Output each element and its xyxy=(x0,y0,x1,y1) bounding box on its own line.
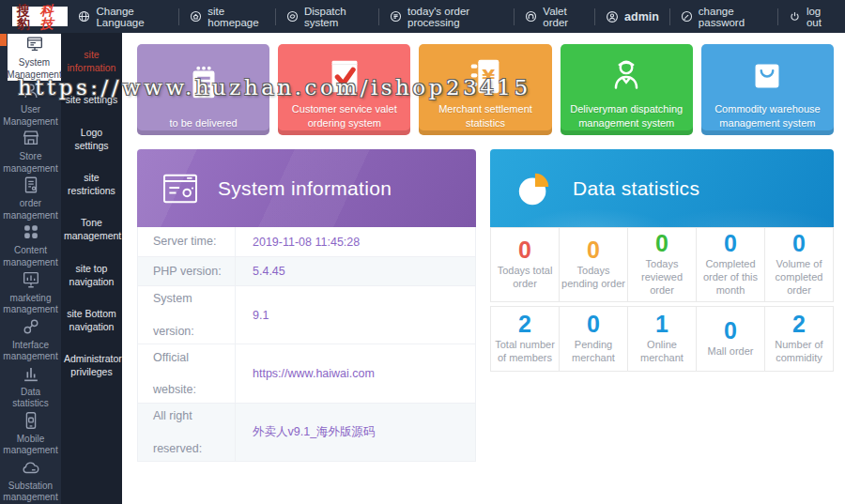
card-commodity-warehouse[interactable]: Commodity warehouse management system xyxy=(701,44,834,135)
table-row: System version: 9.1 xyxy=(138,285,475,344)
stat-value: 0 xyxy=(724,232,737,255)
topnav-valet-order[interactable]: Valet order xyxy=(514,8,594,25)
sidebar-item-label: Substation management xyxy=(2,481,59,504)
stat-label: Pending merchant xyxy=(561,339,625,365)
row-value: 外卖人v9.1_海外版源码 xyxy=(236,404,475,461)
stat-cell: 2 Total number of members xyxy=(491,307,559,371)
topnav-admin[interactable]: admin xyxy=(594,8,669,25)
sidebar-item-label: marketing management xyxy=(2,293,59,316)
topnav-dispatch-system[interactable]: Dispatch system xyxy=(275,8,378,25)
topnav-change-password[interactable]: change password xyxy=(669,8,777,25)
sidebar-item-system-management[interactable]: System Management xyxy=(8,34,61,81)
topnav-todays-order-processing[interactable]: today's order processing xyxy=(378,8,514,25)
stat-cell: 0 Todays total order xyxy=(491,228,559,301)
table-row: Server time: 2019-11-08 11:45:28 xyxy=(138,227,475,256)
row-value: 9.1 xyxy=(236,286,475,344)
sidebar-item-label: Data statistics xyxy=(2,387,59,410)
sidebar-item-substation-management[interactable]: Substation management xyxy=(0,457,61,504)
topnav-label: today's order processing xyxy=(407,6,503,28)
main-content: to be delivered Customer service valet o… xyxy=(122,33,845,504)
row-label: All right reserved: xyxy=(138,404,236,461)
stat-value: 0 xyxy=(724,319,737,343)
card-label: Merchant settlement statistics xyxy=(419,102,551,130)
submenu-item-site-information[interactable]: site information xyxy=(61,38,122,84)
link-icon xyxy=(21,316,41,337)
stat-label: Total number of members xyxy=(493,339,557,365)
sidebar-item-user-management[interactable]: User Management xyxy=(0,81,61,128)
order-list-icon xyxy=(390,10,402,23)
cloud-icon xyxy=(21,457,41,478)
content-grid-icon xyxy=(21,221,41,242)
pie-chart-icon xyxy=(515,170,554,207)
sidebar-item-label: System Management xyxy=(7,57,61,81)
topnav-label: Change Language xyxy=(96,6,168,28)
stat-label: Volume of completed order xyxy=(767,258,831,297)
sidebar-item-label: Mobile management xyxy=(2,434,59,457)
stat-label: Todays total order xyxy=(493,265,557,291)
panel-title: Data statistics xyxy=(573,177,699,200)
stats-row-2: 2 Total number of members 0 Pending merc… xyxy=(490,306,834,372)
sidebar-item-content-management[interactable]: Content management xyxy=(0,221,61,268)
stat-value: 2 xyxy=(792,313,806,336)
card-to-be-delivered[interactable]: to be delivered xyxy=(137,44,269,135)
topnav-label: admin xyxy=(624,10,659,23)
secondary-sidebar: site information site settings Logo sett… xyxy=(61,33,122,504)
sidebar-item-interface-management[interactable]: Interface management xyxy=(0,316,61,363)
card-deliveryman-dispatching[interactable]: Deliveryman dispatching management syste… xyxy=(561,44,693,135)
stat-label: Mall order xyxy=(708,345,754,359)
topnav-site-homepage[interactable]: site homepage xyxy=(178,8,275,25)
stat-cell: 1 Online merchant xyxy=(628,307,696,371)
card-merchant-settlement-statistics[interactable]: ¥ Merchant settlement statistics xyxy=(419,44,551,135)
topbar-nav: Change Language site homepage Dispatch s… xyxy=(68,0,841,33)
stat-value: 1 xyxy=(655,313,668,336)
corner-accent xyxy=(0,34,7,46)
logo-text-left: 搜豹 xyxy=(17,4,40,30)
row-label: PHP version: xyxy=(138,257,236,285)
table-row: Official website: https://www.haiwai.com xyxy=(138,344,475,403)
row-value: 2019-11-08 11:45:28 xyxy=(236,227,475,256)
stat-cell: 0 Volume of completed order xyxy=(765,228,833,301)
check-document-icon xyxy=(323,44,366,102)
topnav-log-out[interactable]: log out xyxy=(777,8,841,25)
card-label: Commodity warehouse management system xyxy=(701,102,834,130)
sidebar-item-data-statistics[interactable]: Data statistics xyxy=(0,363,61,410)
logo: 搜豹科技 xyxy=(12,7,68,26)
submenu-item-site-restrictions[interactable]: site restrictions xyxy=(61,161,122,206)
stats-row-1: 0 Todays total order 0 Todays pending or… xyxy=(490,227,834,302)
submenu-item-administrator-privileges[interactable]: Administrator privileges xyxy=(61,343,122,388)
card-customer-service-valet-ordering[interactable]: Customer service valet ordering system xyxy=(278,44,410,135)
sidebar-item-store-management[interactable]: Store management xyxy=(0,128,61,175)
submenu-item-site-settings[interactable]: site settings xyxy=(61,84,122,115)
table-row: PHP version: 5.4.45 xyxy=(138,256,475,285)
topbar: 搜豹科技 Change Language site homepage Dispa… xyxy=(0,0,845,33)
stat-value: 0 xyxy=(792,232,806,255)
order-icon xyxy=(21,175,41,195)
shortcut-cards: to be delivered Customer service valet o… xyxy=(137,44,834,135)
notepad-icon xyxy=(182,44,225,116)
sidebar-item-label: order management xyxy=(2,198,59,221)
stat-value: 0 xyxy=(587,238,600,262)
sidebar-item-order-management[interactable]: order management xyxy=(0,175,61,221)
sidebar-item-label: Store management xyxy=(2,151,59,175)
submenu-item-logo-settings[interactable]: Logo settings xyxy=(61,116,122,161)
card-label: Customer service valet ordering system xyxy=(278,102,410,130)
stat-value: 0 xyxy=(655,232,668,255)
stat-value: 2 xyxy=(518,313,531,336)
submenu-item-tone-management[interactable]: Tone management xyxy=(61,206,122,252)
stat-cell: 2 Number of commidity xyxy=(765,307,833,371)
password-icon xyxy=(681,10,693,23)
stat-value: 0 xyxy=(587,313,600,336)
submenu-item-site-bottom-navigation[interactable]: site Bottom navigation xyxy=(61,298,122,343)
row-label: System version: xyxy=(138,286,236,344)
user-icon xyxy=(606,10,619,23)
topnav-change-language[interactable]: Change Language xyxy=(68,8,178,25)
store-icon xyxy=(21,128,41,148)
stat-cell: 0 Todays pending order xyxy=(560,228,627,301)
sidebar-item-mobile-management[interactable]: Mobile management xyxy=(0,410,61,457)
sidebar-item-marketing-management[interactable]: marketing management xyxy=(0,268,61,315)
topnav-label: site homepage xyxy=(207,6,265,28)
card-label: to be delivered xyxy=(164,116,243,130)
row-label: Server time: xyxy=(138,227,236,256)
stat-label: Completed order of this month xyxy=(699,258,762,297)
submenu-item-site-top-navigation[interactable]: site top navigation xyxy=(61,252,122,298)
